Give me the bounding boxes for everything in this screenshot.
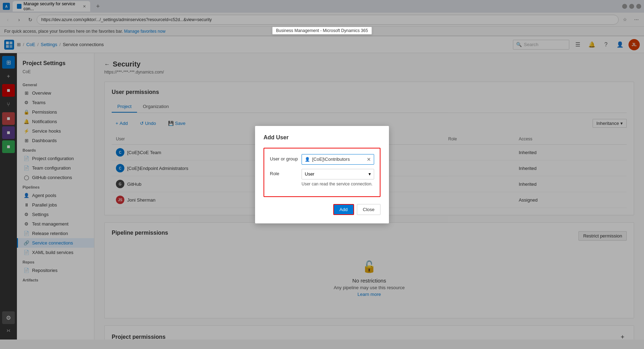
role-form-row: Role User ▾ User can read the service co… bbox=[270, 169, 374, 186]
role-hint: User can read the service connection. bbox=[302, 182, 374, 186]
user-input-text: [CoE]\Contributors bbox=[312, 157, 365, 162]
user-label: User or group bbox=[270, 154, 302, 161]
modal-overlay: Add User User or group 👤 [CoE]\Contribut… bbox=[0, 0, 644, 349]
add-user-modal: Add User User or group 👤 [CoE]\Contribut… bbox=[255, 126, 389, 223]
role-value: User bbox=[305, 171, 314, 177]
modal-title: Add User bbox=[264, 134, 380, 141]
user-search-icon: 👤 bbox=[305, 157, 310, 162]
modal-add-btn[interactable]: Add bbox=[333, 204, 354, 215]
clear-input-btn[interactable]: ✕ bbox=[367, 157, 371, 162]
modal-footer: Add Close bbox=[264, 204, 380, 215]
tooltip-text: Business Management - Microsoft Dynamics… bbox=[276, 28, 368, 33]
user-form-row: User or group 👤 [CoE]\Contributors ✕ bbox=[270, 154, 374, 165]
user-input[interactable]: 👤 [CoE]\Contributors ✕ bbox=[302, 154, 374, 165]
user-input-wrapper: 👤 [CoE]\Contributors ✕ bbox=[302, 154, 374, 165]
tooltip-bar: Business Management - Microsoft Dynamics… bbox=[272, 27, 372, 34]
role-select[interactable]: User ▾ bbox=[302, 169, 374, 179]
modal-body: User or group 👤 [CoE]\Contributors ✕ Rol… bbox=[264, 148, 380, 197]
role-chevron-icon: ▾ bbox=[369, 171, 371, 177]
role-input-wrapper: User ▾ User can read the service connect… bbox=[302, 169, 374, 186]
modal-close-btn[interactable]: Close bbox=[357, 204, 380, 215]
role-label: Role bbox=[270, 169, 302, 176]
